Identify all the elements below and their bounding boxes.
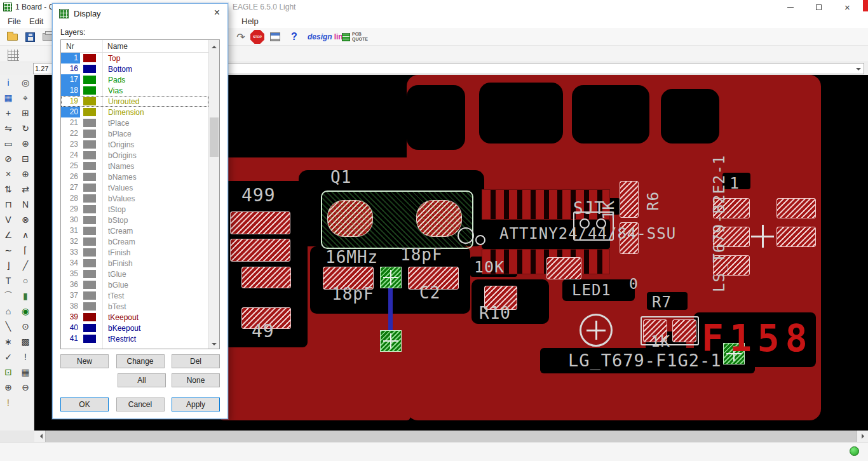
- info-tool[interactable]: i: [0, 75, 17, 90]
- tFinish[interactable]: 33 tFinish: [61, 247, 208, 258]
- layer-color-swatch[interactable]: [83, 324, 96, 332]
- bFinish[interactable]: 34 bFinish: [61, 258, 208, 269]
- auto-tool[interactable]: ▩: [17, 334, 34, 349]
- minimize-button[interactable]: [776, 0, 804, 14]
- signal-tool[interactable]: ╲: [0, 319, 17, 334]
- grid-alt-tool[interactable]: ▦: [17, 364, 34, 380]
- add-tool[interactable]: ⊕: [17, 166, 34, 182]
- text-tool[interactable]: T: [0, 273, 17, 288]
- errors-tool[interactable]: !: [17, 349, 34, 364]
- bTest[interactable]: 38 bTest: [61, 301, 208, 312]
- layer-color-swatch[interactable]: [83, 270, 96, 278]
- grid-button[interactable]: [5, 48, 22, 63]
- pcb-quote-logo[interactable]: PCB QUOTE: [342, 30, 375, 44]
- layer-color-swatch[interactable]: [83, 205, 96, 213]
- maximize-button[interactable]: [804, 0, 833, 14]
- change-tool[interactable]: ⊛: [17, 136, 34, 151]
- name-tool[interactable]: N: [17, 197, 34, 212]
- scroll-right-arrow[interactable]: [857, 431, 868, 442]
- layer-color-swatch[interactable]: [83, 76, 96, 84]
- layer-color-swatch[interactable]: [83, 259, 96, 267]
- stop-button[interactable]: STOP: [249, 29, 266, 44]
- design-link-logo[interactable]: designlink: [308, 30, 347, 44]
- redo-button[interactable]: ↷: [233, 29, 249, 44]
- mark-tool[interactable]: ⌖: [17, 90, 34, 105]
- delete-tool[interactable]: ×: [0, 166, 17, 182]
- split-tool[interactable]: ∧: [17, 227, 34, 243]
- tNames[interactable]: 25 tNames: [61, 161, 208, 171]
- layer-color-swatch[interactable]: [83, 335, 96, 343]
- layer-color-swatch[interactable]: [83, 54, 96, 62]
- Vias[interactable]: 18 Vias: [61, 85, 208, 96]
- layer-color-swatch[interactable]: [83, 281, 96, 289]
- layer-color-swatch[interactable]: [83, 119, 96, 127]
- layer-color-swatch[interactable]: [83, 313, 96, 321]
- combo-dropdown-icon[interactable]: [856, 68, 861, 73]
- drc-tool[interactable]: ✓: [0, 349, 17, 364]
- grid-size-field[interactable]: [33, 63, 54, 74]
- layer-color-swatch[interactable]: [83, 248, 96, 257]
- value-tool[interactable]: V: [0, 212, 17, 227]
- group-tool[interactable]: ▭: [0, 136, 17, 151]
- layer-color-swatch[interactable]: [83, 86, 96, 95]
- show-tool[interactable]: ◎: [17, 75, 34, 90]
- Bottom[interactable]: 16 Bottom: [61, 63, 208, 74]
- bNames[interactable]: 26 bNames: [61, 171, 208, 182]
- menu-file[interactable]: File: [5, 16, 24, 27]
- bStop[interactable]: 30 bStop: [61, 215, 208, 225]
- scroll-left-arrow[interactable]: [34, 431, 45, 442]
- new-button[interactable]: New: [60, 354, 109, 368]
- move-tool[interactable]: +: [0, 105, 17, 121]
- tTest[interactable]: 37 tTest: [61, 290, 208, 301]
- tStop[interactable]: 29 tStop: [61, 204, 208, 215]
- Top[interactable]: 1 Top: [61, 53, 208, 63]
- paste-tool[interactable]: ⊟: [17, 151, 34, 166]
- change-button[interactable]: Change: [116, 354, 165, 368]
- layer-color-swatch[interactable]: [83, 237, 96, 246]
- tPlace[interactable]: 21 tPlace: [61, 117, 208, 128]
- help-button[interactable]: ?: [286, 29, 302, 44]
- display-tool[interactable]: ▦: [0, 90, 17, 105]
- menu-help[interactable]: Help: [239, 16, 261, 27]
- copy-tool[interactable]: ⊞: [17, 105, 34, 121]
- rotate-tool[interactable]: ↻: [17, 121, 34, 136]
- optimize-tool[interactable]: ∼: [0, 243, 17, 258]
- none-button[interactable]: None: [172, 373, 220, 387]
- tCream[interactable]: 31 tCream: [61, 225, 208, 236]
- zoom-out-tool[interactable]: ⊖: [17, 380, 34, 395]
- canvas-hscrollbar[interactable]: [34, 431, 868, 442]
- zoom-fit-tool[interactable]: ⊡: [0, 364, 17, 380]
- mirror-tool[interactable]: ⇋: [0, 121, 17, 136]
- cancel-button[interactable]: Cancel: [116, 398, 165, 411]
- pinswap-tool[interactable]: ⇅: [0, 182, 17, 197]
- polygon-tool[interactable]: ⌂: [0, 304, 17, 319]
- warning-tool[interactable]: !: [0, 395, 17, 410]
- miter-tool[interactable]: ∠: [0, 227, 17, 243]
- Dimension[interactable]: 20 Dimension: [61, 107, 208, 117]
- apply-button[interactable]: Apply: [172, 398, 220, 411]
- replace-tool[interactable]: ⇄: [17, 182, 34, 197]
- arc-tool[interactable]: ⌒: [0, 288, 17, 304]
- layer-color-swatch[interactable]: [83, 108, 96, 116]
- layer-settings-button[interactable]: [267, 29, 283, 44]
- ratsnest-tool[interactable]: ∗: [0, 334, 17, 349]
- layer-color-swatch[interactable]: [83, 302, 96, 311]
- circle-tool[interactable]: ○: [17, 273, 34, 288]
- bPlace[interactable]: 22 bPlace: [61, 128, 208, 139]
- layer-color-swatch[interactable]: [83, 194, 96, 203]
- wire-tool[interactable]: ╱: [17, 258, 34, 273]
- bGlue[interactable]: 36 bGlue: [61, 279, 208, 290]
- lock-tool[interactable]: ⊓: [0, 197, 17, 212]
- Unrouted[interactable]: 19 Unrouted: [61, 96, 208, 107]
- tRestrict[interactable]: 41 tRestrict: [61, 333, 208, 344]
- bValues[interactable]: 28 bValues: [61, 193, 208, 204]
- close-button[interactable]: ×: [833, 0, 862, 14]
- Pads[interactable]: 17 Pads: [61, 74, 208, 85]
- layer-color-swatch[interactable]: [83, 227, 96, 235]
- tOrigins[interactable]: 23 tOrigins: [61, 139, 208, 150]
- layer-color-swatch[interactable]: [83, 97, 96, 105]
- ok-button[interactable]: OK: [60, 398, 109, 411]
- via-tool[interactable]: ◉: [17, 304, 34, 319]
- hole-tool[interactable]: ⊙: [17, 319, 34, 334]
- bKeepout[interactable]: 40 bKeepout: [61, 323, 208, 333]
